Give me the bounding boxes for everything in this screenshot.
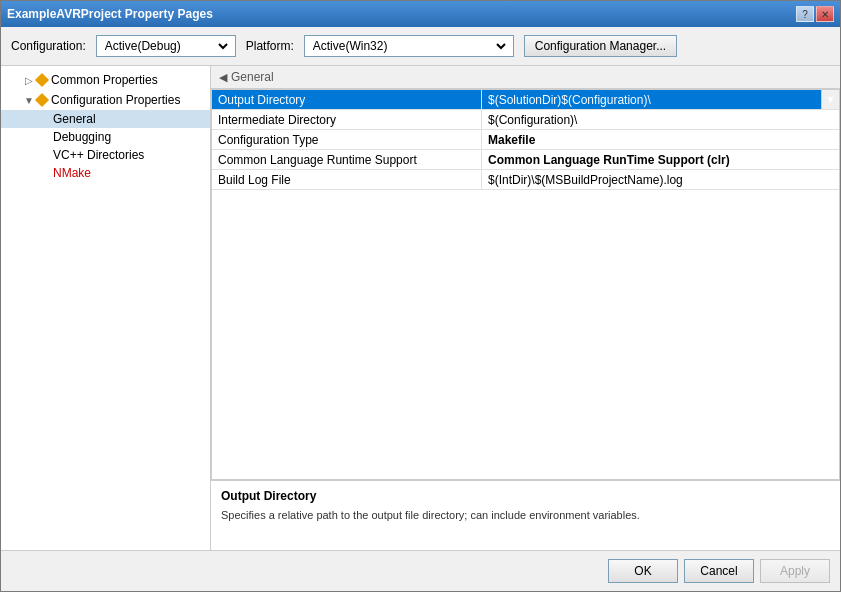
prop-name-intermediate-directory: Intermediate Directory xyxy=(212,110,482,129)
window-title: ExampleAVRProject Property Pages xyxy=(7,7,213,21)
title-bar-buttons: ? ✕ xyxy=(796,6,834,22)
property-pages-window: ExampleAVRProject Property Pages ? ✕ Con… xyxy=(0,0,841,592)
header-arrow: ◀ xyxy=(219,71,227,84)
sidebar-item-general[interactable]: General xyxy=(1,110,210,128)
info-panel: Output Directory Specifies a relative pa… xyxy=(211,480,840,550)
info-description: Specifies a relative path to the output … xyxy=(221,507,830,524)
configuration-select[interactable]: Active(Debug) xyxy=(101,37,231,55)
configuration-properties-label: Configuration Properties xyxy=(51,93,180,107)
configuration-manager-button[interactable]: Configuration Manager... xyxy=(524,35,677,57)
configuration-properties-icon xyxy=(35,93,49,107)
vc-directories-label: VC++ Directories xyxy=(53,148,144,162)
prop-value-intermediate-directory: $(Configuration)\ xyxy=(482,110,839,129)
prop-value-build-log-file: $(IntDir)\$(MSBuildProjectName).log xyxy=(482,170,839,189)
left-panel: ▷ Common Properties ▼ Configuration Prop… xyxy=(1,66,211,550)
common-properties-icon xyxy=(35,73,49,87)
platform-select-wrapper[interactable]: Active(Win32) xyxy=(304,35,514,57)
table-row[interactable]: Output Directory $(SolutionDir)$(Configu… xyxy=(212,90,839,110)
prop-name-build-log-file: Build Log File xyxy=(212,170,482,189)
prop-value-output-directory: $(SolutionDir)$(Configuration)\ ▼ xyxy=(482,90,839,109)
prop-value-configuration-type: Makefile xyxy=(482,130,839,149)
nmake-label: NMake xyxy=(53,166,91,180)
table-row[interactable]: Common Language Runtime Support Common L… xyxy=(212,150,839,170)
prop-name-clr-support: Common Language Runtime Support xyxy=(212,150,482,169)
title-bar: ExampleAVRProject Property Pages ? ✕ xyxy=(1,1,840,27)
debugging-label: Debugging xyxy=(53,130,111,144)
prop-value-clr-support: Common Language RunTime Support (clr) xyxy=(482,150,839,169)
sidebar-item-debugging[interactable]: Debugging xyxy=(1,128,210,146)
table-row[interactable]: Build Log File $(IntDir)\$(MSBuildProjec… xyxy=(212,170,839,190)
general-label: General xyxy=(53,112,96,126)
sidebar-item-vc-directories[interactable]: VC++ Directories xyxy=(1,146,210,164)
properties-table: Output Directory $(SolutionDir)$(Configu… xyxy=(211,89,840,480)
config-label: Configuration: xyxy=(11,39,86,53)
table-row[interactable]: Configuration Type Makefile xyxy=(212,130,839,150)
common-properties-label: Common Properties xyxy=(51,73,158,87)
main-content: ▷ Common Properties ▼ Configuration Prop… xyxy=(1,66,840,550)
config-bar: Configuration: Active(Debug) Platform: A… xyxy=(1,27,840,66)
right-panel: ◀ General Output Directory $(SolutionDir… xyxy=(211,66,840,550)
prop-name-configuration-type: Configuration Type xyxy=(212,130,482,149)
platform-select[interactable]: Active(Win32) xyxy=(309,37,509,55)
close-button[interactable]: ✕ xyxy=(816,6,834,22)
configuration-select-wrapper[interactable]: Active(Debug) xyxy=(96,35,236,57)
sidebar-item-configuration-properties[interactable]: ▼ Configuration Properties xyxy=(1,90,210,110)
help-button[interactable]: ? xyxy=(796,6,814,22)
table-row[interactable]: Intermediate Directory $(Configuration)\ xyxy=(212,110,839,130)
ok-button[interactable]: OK xyxy=(608,559,678,583)
sidebar-item-common-properties[interactable]: ▷ Common Properties xyxy=(1,70,210,90)
dropdown-button-output-directory[interactable]: ▼ xyxy=(821,90,839,109)
sidebar-item-nmake[interactable]: NMake xyxy=(1,164,210,182)
cancel-button[interactable]: Cancel xyxy=(684,559,754,583)
bottom-bar: OK Cancel Apply xyxy=(1,550,840,591)
prop-name-output-directory: Output Directory xyxy=(212,90,482,109)
apply-button[interactable]: Apply xyxy=(760,559,830,583)
properties-header-title: General xyxy=(231,70,274,84)
info-title: Output Directory xyxy=(221,489,830,503)
platform-label: Platform: xyxy=(246,39,294,53)
properties-header: ◀ General xyxy=(211,66,840,89)
